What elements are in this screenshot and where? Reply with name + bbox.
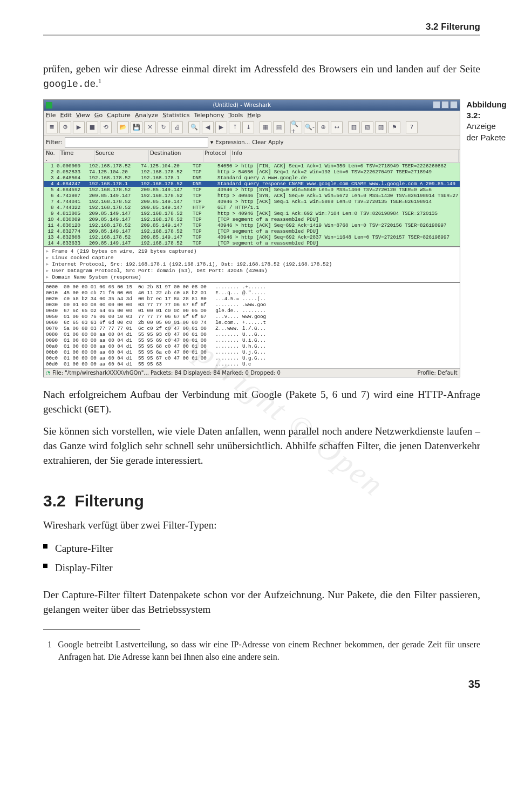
tb-dispfilter-icon[interactable]: ▧ (362, 121, 373, 133)
ws-titlebar: (Untitled) - Wireshark (44, 100, 460, 111)
tb-interfaces-icon[interactable]: ≣ (46, 121, 58, 133)
menu-view: View (76, 112, 90, 119)
menu-go: Go (94, 112, 103, 119)
col-time[interactable]: Time (59, 150, 94, 162)
tb-prev-icon[interactable]: ◀ (202, 121, 214, 133)
tb-options-icon[interactable]: ⚙ (59, 121, 71, 133)
tb-restart-icon[interactable]: ⟲ (100, 121, 112, 133)
filter-input[interactable] (65, 137, 208, 148)
intro-sup: 1 (98, 77, 101, 85)
tb-capfilter-icon[interactable]: ▥ (348, 121, 360, 133)
bullet-display-filter: Display-Filter (55, 558, 480, 578)
tb-zoomin-icon[interactable]: 🔍+ (290, 121, 302, 133)
packet-hex-dump[interactable]: 0000 00 00 00 01 00 06 00 15 0c 2b 81 97… (44, 282, 460, 368)
packet-details-tree[interactable]: Frame 4 (219 bytes on wire, 219 bytes ca… (44, 246, 460, 281)
packet-row[interactable]: 74.744041192.168.178.52209.85.149.147TCP… (44, 199, 460, 205)
menu-telephony: Telephony (194, 112, 224, 119)
tree-item[interactable]: Frame 4 (219 bytes on wire, 219 bytes ca… (46, 248, 458, 255)
col-destination[interactable]: Destination (149, 150, 203, 162)
tb-open-icon[interactable]: 📂 (117, 121, 129, 133)
footnote-rule (43, 630, 140, 630)
filter-label: Filter: (46, 139, 63, 146)
footnote-num: 1 (47, 640, 52, 649)
footnote-text: Google betreibt Lastverteilung, so dass … (58, 640, 480, 661)
packet-row[interactable]: 44.684247192.168.178.1192.168.178.52DNSS… (44, 181, 460, 187)
tb-start-icon[interactable]: ▶ (73, 121, 85, 133)
packet-row[interactable]: 10.000000192.168.178.5274.125.104.20TCP5… (44, 163, 460, 169)
tb-zoomout-icon[interactable]: 🔍- (304, 121, 316, 133)
menu-edit: Edit (60, 112, 71, 119)
ws-app-icon (46, 102, 52, 109)
packet-row[interactable]: 64.743987209.85.149.147192.168.178.52TCP… (44, 193, 460, 199)
tb-colorize-icon[interactable]: ▦ (260, 121, 271, 133)
tree-item[interactable]: Domain Name System (response) (46, 274, 458, 281)
footnote: 1 Google betreibt Lastverteilung, so das… (43, 639, 480, 663)
tb-goto-icon[interactable]: ⤒ (229, 121, 241, 133)
packet-row[interactable]: 104.830089209.85.149.147192.168.178.52TC… (44, 216, 460, 222)
tb-close-icon[interactable]: ✕ (144, 121, 156, 133)
tb-find-icon[interactable]: 🔍 (188, 121, 200, 133)
filter-expression-button[interactable]: Expression... (215, 139, 250, 145)
figure-caption: Abbildung 3.2: Anzeige der Pakete (467, 99, 507, 143)
ws-toolbar[interactable]: ≣ ⚙ ▶ ■ ⟲ 📂 💾 ✕ ↻ 🖨 🔍 ◀ ▶ ⤒ ⤓ ▦ ▤ (44, 120, 460, 136)
packet-row[interactable]: 84.744322192.168.178.52209.85.149.147HTT… (44, 205, 460, 211)
status-left: ◔ File: "/tmp/wiresharkXXXXvhGQn"... Pac… (46, 370, 281, 376)
tb-prefs-icon[interactable]: ⚑ (388, 121, 400, 133)
tree-item[interactable]: User Datagram Protocol, Src Port: domain… (46, 268, 458, 274)
intro-a: prüfen, geben wir diese Adresse einmal d… (43, 63, 480, 75)
packet-row[interactable]: 134.832808192.168.178.52209.85.149.147TC… (44, 234, 460, 240)
tb-zoom100-icon[interactable]: ⊕ (317, 121, 329, 133)
running-head-text: 3.2 Filterung (426, 22, 480, 32)
p2b: ). (105, 403, 111, 415)
tb-autoscroll-icon[interactable]: ▤ (273, 121, 285, 133)
caption-rest: Anzeige der Pakete (467, 121, 506, 141)
tb-save-icon[interactable]: 💾 (131, 121, 142, 133)
status-right: Profile: Default (417, 370, 457, 376)
filter-clear-button[interactable]: Clear (252, 139, 266, 145)
tb-coloring-icon[interactable]: ▨ (375, 121, 387, 133)
wireshark-window: (Untitled) - Wireshark FileEditViewGoCap… (43, 99, 460, 377)
filter-apply-button[interactable]: Apply (268, 139, 283, 145)
tb-help-icon[interactable]: ? (406, 121, 418, 133)
tb-resize-icon[interactable]: ↔ (331, 121, 343, 133)
packet-row[interactable]: 114.830120192.168.178.52209.85.149.147TC… (44, 222, 460, 228)
menu-tools: Tools (228, 112, 243, 119)
tb-stop-icon[interactable]: ■ (86, 121, 98, 133)
menu-analyze: Analyze (135, 112, 158, 119)
section-title: Filterung (74, 492, 144, 510)
p2mono: GET (88, 404, 105, 415)
packet-row[interactable]: 124.832774209.85.149.147192.168.178.52TC… (44, 228, 460, 234)
section-heading: 3.2 Filterung (43, 492, 480, 510)
para-filter-intro: Wireshark verfügt über zwei Filter-Typen… (43, 518, 480, 532)
page-number: 35 (43, 678, 480, 691)
para-after-figure-1: Nach erfolgreichem Aufbau der Verbindung… (43, 387, 480, 417)
menu-statistics: Statistics (162, 112, 189, 119)
menu-help: Help (247, 112, 261, 119)
col-protocol[interactable]: Protocol (203, 150, 231, 162)
col-info[interactable]: Info (231, 150, 459, 162)
window-buttons[interactable] (432, 101, 458, 110)
packet-row[interactable]: 94.813805209.85.149.147192.168.178.52TCP… (44, 211, 460, 216)
packet-row[interactable]: 20.05283374.125.104.20192.168.178.52TCPh… (44, 169, 460, 175)
tb-next-icon[interactable]: ▶ (215, 121, 227, 133)
tree-item[interactable]: Linux cooked capture (46, 255, 458, 261)
ws-menubar[interactable]: FileEditViewGoCaptureAnalyzeStatisticsTe… (44, 111, 460, 120)
packet-row[interactable]: 144.833633209.85.149.147192.168.178.52TC… (44, 240, 460, 246)
para-after-figure-2: Sie können sich vorstellen, wie viele Da… (43, 424, 480, 468)
tb-first-icon[interactable]: ⤓ (242, 121, 254, 133)
tree-item[interactable]: Internet Protocol, Src: 192.168.178.1 (1… (46, 261, 458, 268)
ws-title-text: (Untitled) - Wireshark (213, 102, 271, 108)
packet-row[interactable]: 34.648504192.168.178.52192.168.178.1DNSS… (44, 175, 460, 181)
section-num: 3.2 (43, 492, 66, 510)
menu-file: File (46, 112, 56, 119)
packet-row[interactable]: 54.684592192.168.178.52209.85.149.147TCP… (44, 187, 460, 193)
bullet-capture-filter: Capture-Filter (55, 539, 480, 558)
ws-filter-bar[interactable]: Filter: ▾ Expression... Clear Apply (44, 136, 460, 150)
col-source[interactable]: Source (94, 150, 149, 162)
packet-list[interactable]: 10.000000192.168.178.5274.125.104.20TCP5… (44, 163, 460, 246)
tb-print-icon[interactable]: 🖨 (171, 121, 183, 133)
running-head: 3.2 Filterung (43, 22, 480, 36)
packet-list-header[interactable]: No. . Time Source Destination Protocol I… (44, 150, 460, 163)
tb-reload-icon[interactable]: ↻ (158, 121, 169, 133)
col-no[interactable]: No. . (45, 150, 59, 162)
